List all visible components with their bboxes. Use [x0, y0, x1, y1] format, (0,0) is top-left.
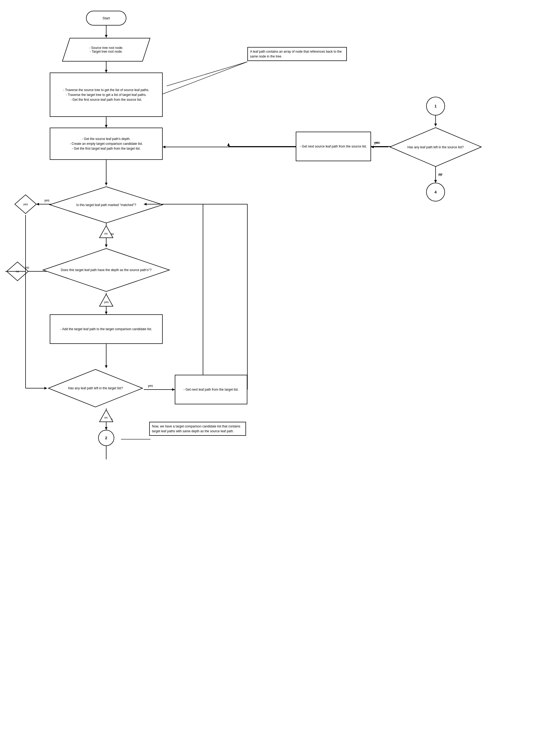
connector2-circle: 2 — [98, 430, 114, 446]
start-terminal: Start — [86, 11, 126, 26]
note1-label: A leaf path contains an array of node th… — [250, 50, 342, 58]
svg-text:yes: yes — [375, 141, 380, 145]
process3-box: - Add the target leaf path to the target… — [50, 314, 163, 344]
process5-label: - Get next source leaf path from the sou… — [300, 144, 367, 149]
svg-text:yes: yes — [104, 300, 109, 304]
process1-label: - Traverse the source tree to get the li… — [63, 88, 149, 102]
svg-marker-3 — [105, 70, 107, 73]
svg-marker-69 — [163, 146, 165, 148]
decision4-wrap: Has any leaf path left in the source lis… — [389, 126, 483, 168]
yes-diamond-left1: yes — [13, 193, 38, 215]
svg-marker-35 — [434, 180, 437, 183]
decision1-label: Is this target leaf path marked "matched… — [64, 193, 148, 216]
svg-marker-7 — [105, 183, 107, 185]
note2-label: Now, we have a target comparison candida… — [152, 424, 240, 433]
connector1-label: 1 — [435, 104, 437, 108]
svg-marker-28 — [434, 124, 437, 126]
svg-text:no: no — [439, 172, 443, 176]
svg-marker-33 — [227, 143, 230, 146]
process4-box: - Get next leaf path from the target lis… — [175, 375, 247, 404]
svg-line-74 — [163, 62, 247, 94]
no-label-left2: no — [7, 265, 28, 278]
svg-marker-59 — [44, 387, 47, 390]
flowchart: no yes no yes no yes no Start - Source t… — [0, 0, 545, 756]
no-triangle-1: no — [99, 224, 114, 240]
input-label: - Source tree root node.- Target tree ro… — [81, 46, 131, 53]
input-parallelogram: - Source tree root node.- Target tree ro… — [62, 38, 150, 62]
svg-text:no: no — [104, 232, 107, 235]
svg-marker-13 — [105, 312, 107, 314]
process5-box: - Get next source leaf path from the sou… — [296, 132, 371, 161]
svg-marker-1 — [105, 35, 107, 38]
decision1-wrap: Is this target leaf path marked "matched… — [48, 185, 164, 224]
decision3-label: Has any leaf path left in the target lis… — [60, 375, 130, 402]
svg-marker-24 — [105, 427, 107, 430]
decision3-wrap: Has any leaf path left in the target lis… — [47, 368, 144, 408]
process2-label: - Get the source leaf path's depth.- Cre… — [70, 136, 143, 151]
svg-marker-11 — [105, 244, 107, 247]
svg-text:no: no — [438, 173, 442, 177]
svg-line-36 — [167, 62, 247, 86]
process1-box: - Traverse the source tree to get the li… — [50, 73, 163, 117]
note2-box: Now, we have a target comparison candida… — [149, 422, 246, 436]
svg-marker-71 — [434, 180, 437, 183]
no-diamond-left2: no — [5, 261, 30, 282]
svg-marker-5 — [105, 125, 107, 128]
note1-box: A leaf path contains an array of node th… — [247, 47, 347, 61]
svg-text:yes: yes — [374, 141, 379, 145]
svg-marker-19 — [172, 388, 175, 391]
yes-label-left1: yes — [15, 197, 36, 211]
connector4-label: 4 — [435, 190, 437, 194]
process3-label: - Add the target leaf path to the target… — [60, 327, 152, 332]
decision2-wrap: Does this target leaf path have the dept… — [42, 247, 171, 293]
connector4-circle: 4 — [426, 183, 445, 201]
process4-label: - Get next leaf path from the target lis… — [184, 387, 239, 392]
process2-box: - Get the source leaf path's depth.- Cre… — [50, 128, 163, 160]
connector1-circle: 1 — [426, 97, 445, 116]
no-triangle-3: no — [99, 408, 114, 424]
decision2-label: Does this target leaf path have the dept… — [60, 255, 152, 285]
svg-text:yes: yes — [148, 384, 153, 388]
svg-marker-17 — [105, 365, 107, 368]
start-label: Start — [102, 16, 110, 20]
decision4-label: Has any leaf path left in the source lis… — [402, 132, 469, 163]
svg-text:no: no — [104, 416, 107, 419]
svg-marker-73 — [434, 124, 437, 126]
connector2-label: 2 — [105, 436, 107, 440]
yes-triangle-2: yes — [99, 293, 114, 308]
svg-marker-67 — [371, 146, 374, 148]
